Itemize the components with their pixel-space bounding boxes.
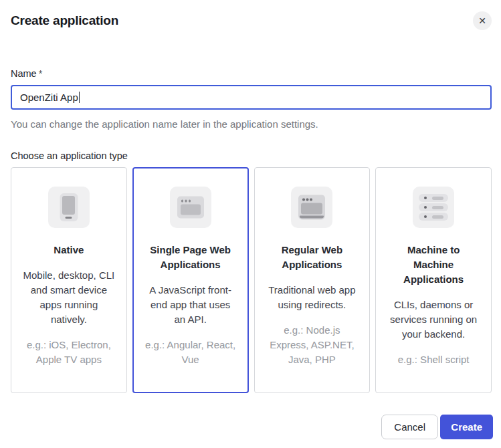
create-application-dialog: Create application ✕ Name* OpenZiti App …	[0, 0, 501, 448]
create-button[interactable]: Create	[440, 415, 493, 439]
close-icon: ✕	[478, 16, 486, 25]
cancel-button[interactable]: Cancel	[381, 415, 438, 439]
text-caret	[79, 92, 80, 103]
card-example: e.g.: Node.js Express, ASP.NET, Java, PH…	[266, 323, 359, 367]
application-type-cards: Native Mobile, desktop, CLI and smart de…	[11, 167, 492, 393]
server-window-icon	[291, 187, 332, 228]
card-title: Regular Web Applications	[266, 243, 359, 272]
card-example: e.g.: Angular, React, Vue	[144, 338, 237, 367]
name-helper-text: You can change the application name late…	[11, 118, 318, 130]
card-description: A JavaScript front-end app that uses an …	[144, 283, 237, 327]
mobile-phone-icon	[48, 187, 90, 228]
card-title: Machine to Machine Applications	[402, 243, 466, 287]
card-machine-to-machine[interactable]: Machine to Machine Applications CLIs, da…	[375, 167, 492, 393]
card-title: Single Page Web Applications	[144, 243, 237, 272]
card-regular-web[interactable]: Regular Web Applications Traditional web…	[254, 167, 371, 393]
card-description: Traditional web app using redirects.	[266, 283, 359, 312]
card-single-page-web[interactable]: Single Page Web Applications A JavaScrip…	[132, 167, 249, 393]
name-input-value: OpenZiti App	[20, 92, 78, 103]
application-type-label: Choose an application type	[11, 150, 128, 161]
browser-window-icon	[170, 187, 211, 228]
dialog-title: Create application	[11, 13, 118, 28]
card-description: Mobile, desktop, CLI and smart device ap…	[22, 268, 116, 327]
close-button[interactable]: ✕	[473, 11, 492, 30]
name-field-label: Name*	[11, 68, 42, 79]
card-native[interactable]: Native Mobile, desktop, CLI and smart de…	[11, 167, 127, 393]
card-example: e.g.: iOS, Electron, Apple TV apps	[22, 338, 116, 367]
card-description: CLIs, daemons or services running on you…	[387, 298, 480, 342]
server-stack-icon	[413, 187, 454, 228]
name-input[interactable]: OpenZiti App	[11, 85, 492, 110]
name-label-text: Name	[11, 68, 37, 79]
required-marker: *	[39, 68, 43, 79]
card-title: Native	[22, 243, 116, 257]
card-example: e.g.: Shell script	[387, 352, 480, 367]
